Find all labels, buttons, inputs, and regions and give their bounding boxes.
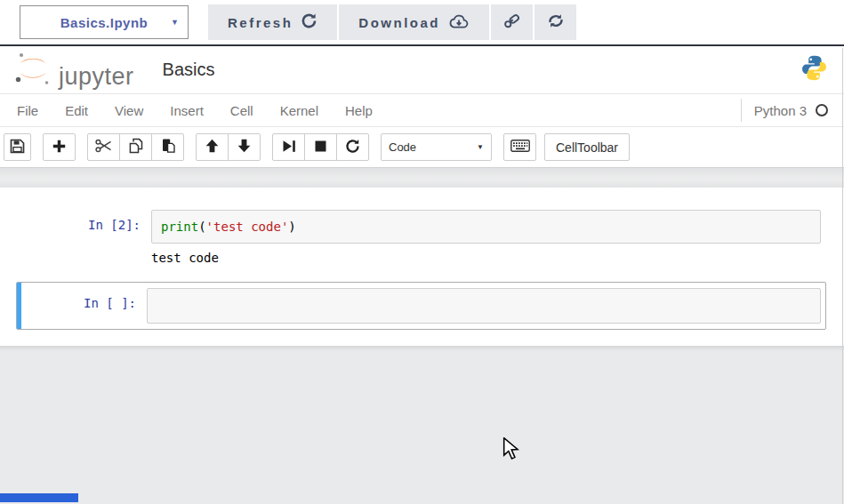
chevron-down-icon: ▼ (171, 18, 179, 27)
jupyter-logo[interactable]: jupyter (12, 49, 134, 92)
copy-cell-button[interactable] (119, 133, 152, 161)
command-palette-button[interactable] (503, 133, 536, 161)
code-paren-open: ( (198, 220, 205, 234)
link-icon (502, 12, 521, 33)
menu-cell[interactable]: Cell (217, 96, 267, 125)
notebook-file-dropdown[interactable]: Basics.Ipynb ▼ (20, 5, 189, 39)
add-cell-button[interactable] (43, 133, 76, 161)
code-input[interactable]: print('test code') (151, 210, 821, 244)
run-cell-button[interactable] (272, 133, 305, 161)
refresh-button-label: Refresh (228, 15, 293, 30)
copy-icon (128, 138, 144, 156)
menu-view[interactable]: View (101, 96, 157, 125)
bottom-blue-bar (0, 493, 78, 502)
cell-type-select[interactable]: Code ▼ (381, 133, 492, 161)
link-button[interactable] (491, 4, 533, 40)
selected-cell-indicator (17, 283, 21, 329)
kernel-name: Python 3 (754, 103, 807, 118)
top-bar: Basics.Ipynb ▼ Refresh Download (0, 0, 844, 46)
run-icon (282, 140, 296, 156)
save-button[interactable] (4, 133, 31, 161)
celltoolbar-button[interactable]: CellToolbar (544, 133, 630, 161)
input-prompt: In [2]: (0, 210, 151, 244)
menu-edit[interactable]: Edit (52, 96, 101, 125)
code-input-empty[interactable] (147, 288, 821, 324)
python-logo-icon (800, 54, 828, 85)
save-icon (10, 139, 25, 156)
menu-bar: File Edit View Insert Cell Kernel Help P… (0, 94, 844, 127)
cell-type-select-value: Code (389, 140, 416, 154)
menu-kernel[interactable]: Kernel (267, 96, 332, 125)
window-right-border (842, 48, 843, 504)
code-string: 'test code' (206, 220, 289, 234)
move-cell-up-button[interactable] (196, 133, 229, 161)
input-prompt: In [ ]: (17, 288, 147, 324)
topbar-actions: Refresh Download (208, 4, 576, 40)
jupyter-notebook-app: { "topbar": { "notebook_select": "Basics… (0, 0, 844, 504)
paste-icon (160, 138, 176, 156)
restart-icon (345, 139, 360, 156)
jupyter-logo-text: jupyter (59, 65, 134, 92)
notebook-title[interactable]: Basics (163, 60, 215, 80)
download-button[interactable]: Download (339, 4, 489, 40)
toolbar: Code ▼ CellToo (0, 127, 844, 167)
cell-output: test code (151, 250, 821, 266)
scissors-icon (95, 139, 113, 156)
kernel-indicator-zone: Python 3 (741, 99, 840, 122)
chevron-down-icon: ▼ (477, 143, 484, 151)
kernel-idle-icon (816, 104, 828, 116)
celltoolbar-button-label: CellToolbar (556, 140, 618, 155)
menu-help[interactable]: Help (332, 96, 386, 125)
refresh-button[interactable]: Refresh (208, 4, 337, 40)
code-cell-1: In [2]: print('test code') (0, 210, 844, 244)
refresh-icon (301, 12, 318, 32)
cloud-download-icon (448, 13, 470, 32)
paste-cell-button[interactable] (151, 133, 184, 161)
code-cell-2-selected[interactable]: In [ ]: (16, 282, 826, 330)
code-keyword: print (161, 220, 198, 234)
header-shadow-band (0, 167, 844, 188)
page-background (0, 346, 844, 502)
interrupt-kernel-button[interactable] (304, 133, 337, 161)
menu-file[interactable]: File (4, 96, 52, 125)
arrow-up-icon (205, 139, 219, 156)
plus-icon (52, 140, 66, 156)
jupyter-logo-icon (12, 49, 53, 92)
download-button-label: Download (358, 15, 440, 30)
arrow-down-icon (237, 139, 251, 156)
code-paren-close: ) (288, 220, 295, 234)
restart-kernel-button[interactable] (336, 133, 369, 161)
sync-button[interactable] (535, 4, 576, 40)
keyboard-icon (510, 140, 530, 155)
cut-cell-button[interactable] (87, 133, 120, 161)
move-cell-down-button[interactable] (228, 133, 261, 161)
menu-insert[interactable]: Insert (157, 96, 217, 125)
mouse-cursor (502, 437, 519, 465)
notebook-file-dropdown-label: Basics.Ipynb (60, 15, 149, 30)
notebook-header: jupyter Basics (0, 46, 844, 94)
notebook-container: In [2]: print('test code') test code In … (0, 188, 844, 346)
stop-icon (315, 140, 326, 155)
sync-icon (547, 12, 565, 32)
